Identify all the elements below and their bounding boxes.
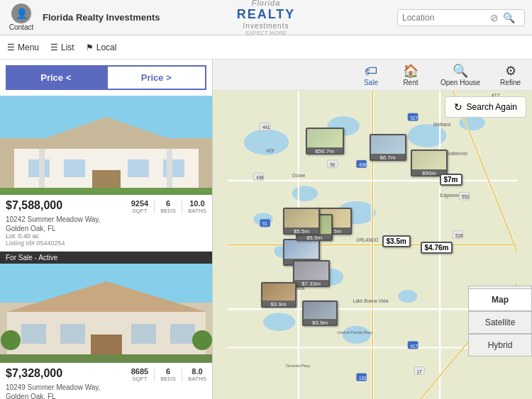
svg-text:527: 527 <box>410 116 418 120</box>
contact-button[interactable]: 👤 Contact <box>7 4 35 31</box>
divider <box>154 367 155 382</box>
flag-icon: ⚑ <box>86 43 94 52</box>
svg-rect-20 <box>91 335 122 363</box>
price-less-button[interactable]: Price < <box>6 65 106 90</box>
map-nav-bar: 🏷 Sale 🏠 Rent 🔍 Open House ⚙ Refine <box>213 60 532 91</box>
search-again-button[interactable]: ↻ Search Again <box>445 96 526 118</box>
open-house-label: Open House <box>440 79 480 86</box>
price-row: $7,328,000 8685 SQFT 6 BEDS <box>6 367 206 382</box>
svg-text:528: 528 <box>455 233 463 238</box>
listing-price: $7,328,000 <box>6 367 62 380</box>
svg-rect-94 <box>414 367 425 375</box>
for-sale-active-badge: For Sale - Active <box>0 252 212 264</box>
map-marker[interactable]: $7.33m <box>293 260 330 287</box>
svg-text:438: 438 <box>256 175 264 180</box>
clear-location-icon[interactable]: ⊘ <box>490 12 499 23</box>
brand-name: Florida Realty Investments <box>43 12 213 23</box>
svg-text:Edgewood: Edgewood <box>440 193 461 198</box>
svg-rect-14 <box>7 312 206 363</box>
svg-text:17: 17 <box>417 369 423 374</box>
map-marker[interactable]: $3.9m <box>261 282 297 308</box>
map-view-button[interactable]: Map <box>468 288 532 311</box>
sqft-stat: 9254 SQFT <box>131 199 148 214</box>
location-input[interactable] <box>402 13 487 23</box>
svg-rect-11 <box>0 188 212 195</box>
listing-item: $7,588,000 9254 SQFT 6 BEDS <box>0 96 212 252</box>
svg-rect-78 <box>260 219 270 227</box>
svg-rect-17 <box>60 324 85 344</box>
svg-text:192: 192 <box>359 376 367 381</box>
open-house-nav-item[interactable]: 🔍 Open House <box>436 60 484 89</box>
rent-nav-item[interactable]: 🏠 Rent <box>397 60 425 89</box>
svg-rect-86 <box>459 192 470 200</box>
map-marker-price[interactable]: $7m <box>440 174 462 186</box>
svg-text:408: 408 <box>359 162 367 167</box>
divider <box>182 367 182 382</box>
map-container[interactable]: 417 429 ORLANDO Ocoee Windermere Lake Bu… <box>213 91 532 399</box>
svg-rect-19 <box>170 324 195 344</box>
divider <box>182 199 182 214</box>
divider <box>154 199 155 214</box>
listing-image[interactable] <box>0 96 212 195</box>
map-marker[interactable]: $3.9m <box>302 300 338 326</box>
svg-text:Maitland: Maitland <box>433 122 450 127</box>
svg-rect-6 <box>128 159 149 177</box>
sqft-stat: 8685 SQFT <box>131 367 148 382</box>
listing-image[interactable] <box>0 264 212 363</box>
listing-city: Golden Oak, FL <box>6 393 206 399</box>
beds-stat: 6 BEDS <box>160 199 176 214</box>
sale-nav-item[interactable]: 🏷 Sale <box>357 61 385 89</box>
sale-icon: 🏷 <box>365 64 377 79</box>
logo-sub: Investments <box>243 22 289 30</box>
refine-nav-item[interactable]: ⚙ Refine <box>496 60 525 89</box>
refine-label: Refine <box>500 79 521 86</box>
map-marker[interactable]: $5.5m <box>283 208 320 235</box>
svg-rect-76 <box>253 173 264 181</box>
svg-text:552: 552 <box>462 194 470 199</box>
sale-label: Sale <box>364 79 378 86</box>
svg-point-41 <box>408 124 446 147</box>
svg-marker-15 <box>7 281 206 312</box>
price-more-button[interactable]: Price > <box>106 65 207 90</box>
listing-stats: 9254 SQFT 6 BEDS 10.0 BATHS <box>131 199 206 214</box>
list-label: List <box>61 43 74 52</box>
map-marker-price[interactable]: $4.76m <box>421 242 453 254</box>
satellite-view-button[interactable]: Satellite <box>468 311 532 334</box>
map-marker[interactable]: $6.7m <box>370 134 406 161</box>
left-panel: Price < Price > <box>0 60 213 399</box>
listing-address: 10242 Summer Meadow Way, <box>6 215 206 223</box>
svg-rect-2 <box>14 149 199 195</box>
svg-point-43 <box>292 186 318 201</box>
svg-rect-10 <box>167 149 172 195</box>
svg-rect-84 <box>408 113 419 121</box>
menu-button[interactable]: ☰ Menu <box>7 43 39 52</box>
refine-icon: ⚙ <box>505 63 516 79</box>
hybrid-view-button[interactable]: Hybrid <box>468 334 532 356</box>
price-filter: Price < Price > <box>0 60 212 96</box>
list-button[interactable]: ☰ List <box>50 43 74 52</box>
listing-info: $7,588,000 9254 SQFT 6 BEDS <box>0 195 212 251</box>
rent-icon: 🏠 <box>403 63 419 79</box>
map-marker-price[interactable]: $3.5m <box>382 235 411 247</box>
map-marker[interactable]: $56.7m <box>306 128 344 154</box>
sub-header: ☰ Menu ☰ List ⚑ Local <box>0 35 532 60</box>
listing-city: Golden Oak, FL <box>6 225 206 232</box>
menu-icon: ☰ <box>7 43 15 52</box>
svg-rect-16 <box>21 324 46 344</box>
svg-rect-90 <box>408 341 419 349</box>
listing-item: $7,328,000 8685 SQFT 6 BEDS <box>0 264 212 399</box>
location-search[interactable]: ⊘ 🔍 <box>397 9 525 26</box>
svg-point-22 <box>1 330 21 350</box>
svg-text:Ocoee: Ocoee <box>292 173 306 178</box>
svg-rect-1 <box>0 138 212 195</box>
svg-rect-92 <box>356 373 367 381</box>
svg-text:91: 91 <box>262 221 268 226</box>
svg-text:Goldenrod: Goldenrod <box>446 151 467 156</box>
svg-point-23 <box>192 330 212 350</box>
map-marker[interactable]: $50m <box>411 150 448 176</box>
local-button[interactable]: ⚑ Local <box>86 43 117 52</box>
svg-rect-12 <box>0 264 212 363</box>
open-house-icon: 🔍 <box>453 63 468 79</box>
search-icon[interactable]: 🔍 <box>503 12 515 23</box>
svg-rect-9 <box>39 149 45 195</box>
